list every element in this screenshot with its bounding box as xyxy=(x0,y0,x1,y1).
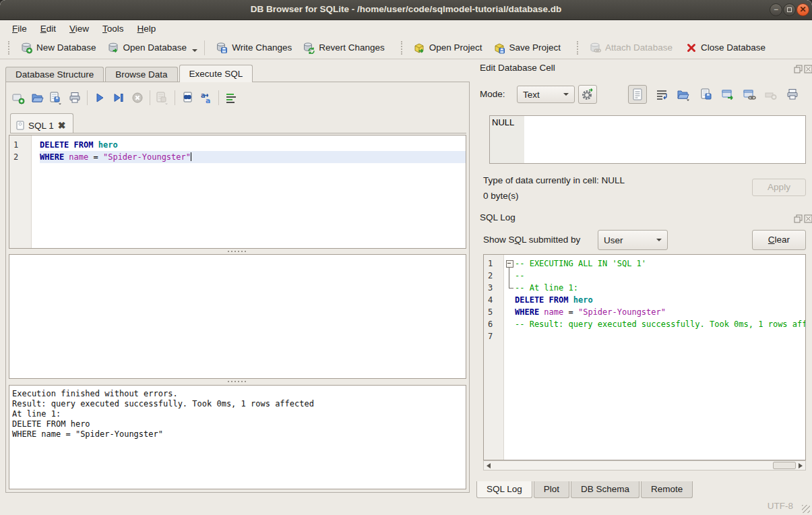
toolbar-handle xyxy=(577,41,580,55)
float-dock-icon[interactable] xyxy=(794,65,803,73)
execute-sql-panel: aa SQL 1 ✖ 1DELETE FROM hero2WHERE name … xyxy=(5,82,470,493)
mode-select[interactable]: Text xyxy=(517,86,575,103)
execute-current-line-icon[interactable] xyxy=(109,89,128,107)
sql-editor-toolbar: aa xyxy=(9,88,241,108)
write-changes-label: Write Changes xyxy=(232,42,292,53)
sql-editor[interactable]: 1DELETE FROM hero2WHERE name = "Spider-Y… xyxy=(9,135,466,249)
close-dock-icon[interactable] xyxy=(804,214,812,223)
sql-doc-tab-label: SQL 1 xyxy=(28,121,54,131)
new-database-button[interactable]: New Database xyxy=(15,39,102,57)
apply-button-label: Apply xyxy=(768,182,790,192)
auto-format-icon[interactable]: aa xyxy=(197,89,216,107)
sql-log-code: 1-- EXECUTING ALL IN 'SQL 1'2--3-- At li… xyxy=(484,255,805,342)
dock-buttons xyxy=(794,214,812,223)
sql-doc-tab[interactable]: SQL 1 ✖ xyxy=(10,113,73,133)
find-replace-icon[interactable] xyxy=(178,89,197,107)
open-project-button[interactable]: Open Project xyxy=(408,39,488,57)
cell-editor-toolbar xyxy=(628,85,799,104)
write-changes-button[interactable]: Write Changes xyxy=(210,39,297,57)
status-bar: UTF-8 xyxy=(0,495,812,515)
stop-icon[interactable] xyxy=(128,89,147,107)
minimize-icon[interactable]: − xyxy=(770,3,782,16)
open-project-label: Open Project xyxy=(429,42,482,53)
save-results-icon[interactable] xyxy=(153,89,172,107)
apply-gear-icon xyxy=(581,88,594,101)
tab-browse-data[interactable]: Browse Data xyxy=(105,67,177,82)
mode-select-value: Text xyxy=(523,90,540,100)
open-database-dropdown-icon[interactable] xyxy=(192,49,197,52)
sql-log-view[interactable]: 1-- EXECUTING ALL IN 'SQL 1'2--3-- At li… xyxy=(483,254,806,460)
float-dock-icon[interactable] xyxy=(794,214,803,223)
new-tab-icon[interactable] xyxy=(9,89,28,107)
close-icon[interactable]: ✕ xyxy=(797,3,809,16)
print-cell-icon[interactable] xyxy=(786,88,799,101)
cell-value-editor[interactable]: NULL xyxy=(489,115,806,164)
splitter-handle[interactable] xyxy=(9,249,466,253)
open-database-button[interactable]: Open Database xyxy=(102,39,193,57)
apply-gear-button[interactable] xyxy=(578,85,597,104)
tab-database-structure[interactable]: Database Structure xyxy=(5,67,104,82)
maximize-icon[interactable] xyxy=(783,3,796,16)
dock-buttons xyxy=(794,65,812,73)
revert-changes-button[interactable]: Revert Changes xyxy=(297,39,390,57)
revert-changes-icon xyxy=(303,42,315,54)
close-database-button[interactable]: Close Database xyxy=(681,40,771,56)
attach-database-button[interactable]: Attach Database xyxy=(584,39,678,57)
splitter-handle[interactable] xyxy=(9,380,466,384)
svg-text:a: a xyxy=(201,92,206,99)
new-database-label: New Database xyxy=(36,42,96,53)
toggle-comment-icon[interactable] xyxy=(222,89,241,107)
sql-log-filter-select[interactable]: User xyxy=(598,230,668,250)
mode-label: Mode: xyxy=(480,89,505,99)
link-icon[interactable] xyxy=(743,88,756,101)
scroll-right-icon[interactable] xyxy=(796,461,805,470)
save-project-icon xyxy=(493,42,505,54)
resize-grip-icon[interactable] xyxy=(802,505,810,513)
menu-tools[interactable]: Tools xyxy=(96,22,131,36)
document-icon xyxy=(16,121,24,130)
save-sql-file-icon[interactable] xyxy=(46,89,65,107)
chevron-down-icon xyxy=(656,239,662,241)
menu-help[interactable]: Help xyxy=(131,22,163,36)
apply-button[interactable]: Apply xyxy=(752,179,806,196)
scroll-left-icon[interactable] xyxy=(484,461,493,470)
close-dock-icon[interactable] xyxy=(804,65,812,73)
import-data-icon[interactable] xyxy=(677,88,691,101)
sql-doc-tab-bar: SQL 1 ✖ xyxy=(10,114,466,133)
new-database-icon xyxy=(20,42,32,54)
attach-database-icon xyxy=(589,42,601,54)
results-pane[interactable] xyxy=(9,254,466,379)
title-bar[interactable]: DB Browser for SQLite - /home/user/code/… xyxy=(0,0,812,20)
clear-button[interactable]: Clear xyxy=(752,230,806,250)
menu-view[interactable]: View xyxy=(63,22,96,36)
export-data-icon[interactable] xyxy=(699,88,713,101)
execute-all-icon[interactable] xyxy=(90,89,109,107)
chevron-down-icon xyxy=(563,93,569,96)
text-mode-icon[interactable] xyxy=(628,85,647,104)
word-wrap-icon[interactable] xyxy=(655,88,668,101)
toolbar-separator xyxy=(150,90,150,105)
execution-message-pane: Execution finished without errors.Result… xyxy=(9,385,466,489)
open-sql-file-icon[interactable] xyxy=(28,89,46,107)
sql-log-dock: SQL Log Show SQL submitted by User Clear… xyxy=(475,211,812,495)
open-in-window-icon[interactable] xyxy=(721,88,735,101)
menu-edit[interactable]: Edit xyxy=(34,22,63,36)
save-project-button[interactable]: Save Project xyxy=(488,39,567,57)
set-null-icon[interactable] xyxy=(764,88,778,101)
editor-code[interactable]: 1DELETE FROM hero2WHERE name = "Spider-Y… xyxy=(9,135,466,163)
print-icon[interactable] xyxy=(65,89,84,107)
toolbar-separator xyxy=(218,90,219,105)
scrollbar-thumb[interactable] xyxy=(773,462,796,469)
open-database-icon xyxy=(107,42,119,54)
main-toolbar: New Database Open Database Write Changes xyxy=(0,36,812,59)
toolbar-separator xyxy=(204,40,205,55)
open-database-label: Open Database xyxy=(123,42,187,53)
tab-execute-sql[interactable]: Execute SQL xyxy=(179,65,253,82)
save-project-label: Save Project xyxy=(509,42,561,53)
maximize-glyph xyxy=(787,7,792,12)
close-tab-icon[interactable]: ✖ xyxy=(58,120,66,131)
horizontal-scrollbar[interactable] xyxy=(483,460,806,471)
cell-size-info: 0 byte(s) xyxy=(483,191,519,201)
menu-file[interactable]: File xyxy=(5,22,34,36)
toolbar-handle xyxy=(8,41,11,55)
